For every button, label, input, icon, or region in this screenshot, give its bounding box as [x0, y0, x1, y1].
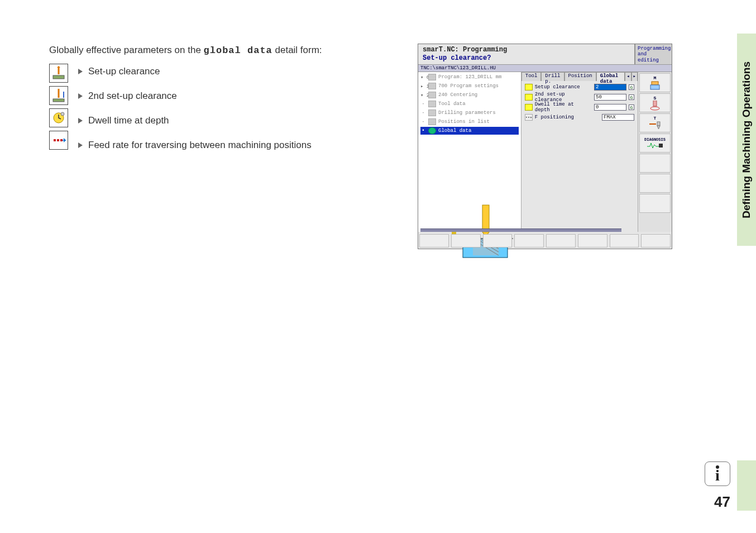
softkey[interactable]: [610, 234, 639, 248]
tool-side-icon: [648, 121, 662, 131]
info-glyph: i: [715, 467, 720, 484]
svg-rect-19: [650, 85, 659, 89]
list-item: 2nd set-up clearance: [78, 91, 312, 102]
tree-row[interactable]: ·Drilling parameters: [420, 109, 519, 117]
side-t-button[interactable]: T: [639, 113, 671, 132]
side-diagnosis-button[interactable]: DIAGNOSIS: [639, 134, 671, 153]
tab-drill-p[interactable]: Drill p.: [541, 72, 564, 81]
tree-label: Tool data: [438, 101, 466, 107]
side-blank-button[interactable]: [639, 174, 671, 193]
svg-point-21: [650, 107, 659, 110]
feed-rate-positioning-icon: ▪▪▸: [525, 114, 533, 121]
softkey[interactable]: [451, 234, 481, 248]
intro-suffix: detail form:: [272, 45, 322, 55]
tab-scroll-left-icon[interactable]: ◂: [625, 72, 631, 81]
tree-row[interactable]: ▸ 1700 Program settings: [420, 82, 519, 90]
side-blank-button[interactable]: [639, 194, 671, 213]
side-accent-band: [737, 460, 756, 511]
tree-row[interactable]: ▾ 0Program: 123_DRILL mm: [420, 73, 519, 81]
tree-row[interactable]: ·Positions in list: [420, 118, 519, 126]
svg-rect-23: [657, 122, 660, 126]
setup-clearance-icon: [525, 84, 533, 91]
triangle-bullet-icon: [78, 69, 83, 74]
svg-rect-5: [57, 139, 59, 141]
triangle-bullet-icon: [78, 142, 83, 148]
mode-line1: Programming: [638, 46, 669, 51]
softkey[interactable]: [641, 234, 671, 248]
cnc-mode-indicator[interactable]: Programming and editing: [635, 44, 672, 64]
diagnosis-icon: [647, 142, 663, 149]
settings-icon: [428, 83, 436, 89]
side-s-button[interactable]: S: [639, 93, 671, 112]
cnc-path-bar: TNC:\smarTNC\123_DRILL.HU: [418, 64, 672, 72]
tree-label: Global data: [438, 128, 471, 134]
softkey[interactable]: [483, 234, 513, 248]
side-btn-label: DIAGNOSIS: [644, 137, 666, 142]
dwell-time-input[interactable]: 0: [594, 104, 626, 111]
tab-global-data[interactable]: Global data: [596, 72, 625, 81]
svg-marker-24: [657, 126, 660, 129]
bullet-text: Feed rate for traversing between machini…: [88, 140, 312, 151]
tree-label: 700 Program settings: [438, 83, 499, 89]
form-row: ▪▪▸ F positioning FMAX: [525, 113, 634, 121]
tool-data-icon: [428, 101, 436, 107]
svg-point-3: [61, 112, 64, 116]
tree-row[interactable]: ▾ 2240 Centering: [420, 91, 519, 99]
tab-position[interactable]: Position: [564, 72, 596, 81]
second-setup-clearance-icon: [525, 94, 533, 101]
side-btn-label: T: [654, 116, 657, 121]
triangle-bullet-icon: [78, 93, 83, 99]
svg-rect-25: [659, 144, 663, 147]
positions-icon: [428, 118, 436, 125]
field-label: Dwell time at depth: [535, 102, 592, 113]
detail-form: Tool Drill p. Position Global data ◂ ▸ S…: [521, 72, 638, 232]
mode-line2: and editing: [638, 51, 669, 63]
cnc-screenshot: smarT.NC: Programming Set-up clearance? …: [418, 44, 672, 249]
bullet-text: Dwell time at depth: [88, 115, 169, 126]
tree-label: Drilling parameters: [438, 110, 496, 116]
softkey-scrollbar[interactable]: [420, 229, 621, 232]
program-tree[interactable]: ▾ 0Program: 123_DRILL mm ▸ 1700 Program …: [418, 72, 521, 232]
side-blank-button[interactable]: [639, 154, 671, 173]
svg-rect-1: [53, 99, 64, 102]
tree-label: 240 Centering: [438, 92, 477, 98]
global-checkbox[interactable]: G: [629, 84, 634, 90]
side-btn-label: M: [654, 75, 657, 80]
side-btn-label: S: [654, 96, 657, 101]
global-data-icon: [428, 127, 436, 134]
svg-rect-0: [53, 75, 64, 79]
global-checkbox[interactable]: G: [629, 94, 634, 100]
softkey[interactable]: [514, 234, 544, 248]
softkey[interactable]: [578, 234, 607, 248]
list-item: Feed rate for traversing between machini…: [78, 140, 312, 151]
cnc-title-line1: smarT.NC: Programming: [423, 46, 630, 54]
softkey[interactable]: [546, 234, 576, 248]
setup-clearance-input[interactable]: 2: [594, 84, 626, 91]
intro-code: global data: [204, 45, 272, 56]
tab-scroll-right-icon[interactable]: ▸: [631, 72, 638, 81]
info-badge: i: [705, 461, 730, 486]
tree-row[interactable]: ·Tool data: [420, 100, 519, 108]
chapter-side-tab: Defining Machining Operations: [737, 34, 756, 246]
field-label: F positioning: [535, 115, 600, 120]
svg-rect-6: [60, 139, 63, 141]
side-m-button[interactable]: M: [639, 73, 671, 92]
tab-tool[interactable]: Tool: [521, 72, 542, 81]
softkey[interactable]: [419, 234, 449, 248]
list-item: Dwell time at depth: [78, 115, 312, 126]
chapter-title: Defining Machining Operations: [740, 61, 753, 218]
form-row: 2nd set-up clearance 50 G: [525, 93, 634, 101]
bullet-text: 2nd set-up clearance: [88, 91, 177, 102]
setup-clearance-icon: [49, 64, 68, 83]
tree-label: Program: 123_DRILL mm: [438, 74, 501, 80]
spindle-icon: [648, 101, 662, 111]
field-label: 2nd set-up clearance: [535, 92, 592, 103]
info-dot-icon: [716, 465, 719, 469]
bullet-text: Set-up clearance: [88, 66, 160, 77]
second-setup-clearance-icon: [49, 86, 68, 105]
field-label: Setup clearance: [535, 84, 592, 90]
second-setup-clearance-input[interactable]: 50: [594, 94, 626, 101]
f-positioning-input[interactable]: FMAX: [602, 114, 634, 121]
global-checkbox[interactable]: G: [629, 104, 634, 110]
tree-row-global-data[interactable]: •Global data: [420, 127, 519, 135]
